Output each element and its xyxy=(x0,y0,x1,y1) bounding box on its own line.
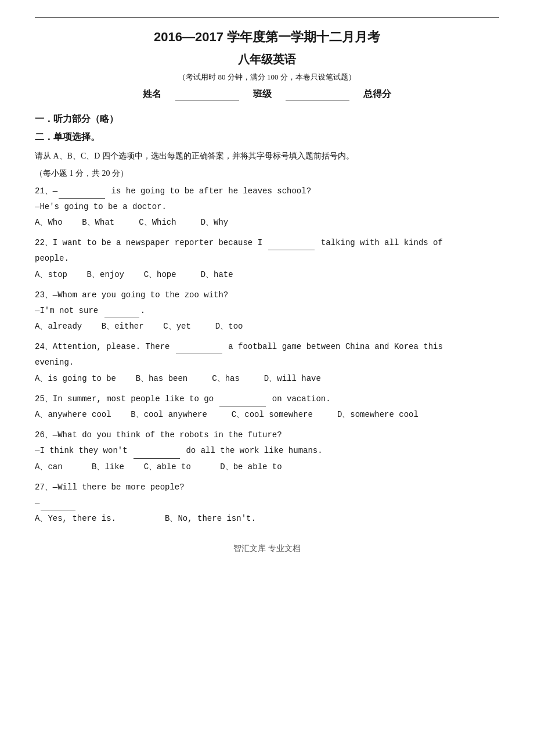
q25-text: 25、In summer, most people like to go on … xyxy=(35,392,499,406)
q24-text2: evening. xyxy=(35,355,499,370)
question-26: 26、—What do you think of the robots in t… xyxy=(35,428,499,474)
q21-options: A、Who B、What C、Which D、Why xyxy=(35,215,499,230)
class-label: 班级 xyxy=(253,89,272,99)
q26-text: 26、—What do you think of the robots in t… xyxy=(35,428,499,442)
section1-title: 一．听力部分（略） xyxy=(35,113,499,125)
q21-text: 21、— is he going to be after he leaves s… xyxy=(35,184,499,199)
q22-options: A、stop B、enjoy C、hope D、hate xyxy=(35,268,499,282)
footer: 智汇文库 专业文档 xyxy=(35,543,499,554)
q27-answer: — xyxy=(35,496,499,510)
q25-blank[interactable] xyxy=(219,406,266,406)
footer-text: 智汇文库 专业文档 xyxy=(233,544,301,553)
student-info: 姓名 班级 总得分 xyxy=(35,88,499,100)
section2-desc1: 请从 A、B、C、D 四个选项中，选出每题的正确答案，并将其字母标号填入题前括号… xyxy=(35,149,499,163)
section2-desc2: （每小题 1 分，共 20 分） xyxy=(35,167,499,181)
main-title: 2016—2017 学年度第一学期十二月月考 xyxy=(35,28,499,46)
question-23: 23、—Whom are you going to the zoo with? … xyxy=(35,288,499,334)
q23-options: A、already B、either C、yet D、too xyxy=(35,319,499,334)
class-blank[interactable] xyxy=(286,100,349,100)
q21-answer: —He's going to be a doctor. xyxy=(35,200,499,214)
top-divider xyxy=(35,17,499,18)
q23-answer: —I'm not sure . xyxy=(35,304,499,318)
name-label: 姓名 xyxy=(143,89,161,99)
exam-info: （考试用时 80 分钟，满分 100 分，本卷只设笔试题） xyxy=(35,72,499,82)
sub-title: 八年级英语 xyxy=(35,52,499,67)
section2-title: 二．单项选择。 xyxy=(35,131,499,143)
q21-blank[interactable] xyxy=(59,198,105,199)
q22-blank[interactable] xyxy=(268,250,315,250)
q22-text: 22、I want to be a newspaper reporter bec… xyxy=(35,236,499,250)
q22-text2: people. xyxy=(35,251,499,266)
q27-text: 27、—Will there be more people? xyxy=(35,480,499,495)
q24-options: A、is going to be B、has been C、has D、will… xyxy=(35,372,499,386)
question-25: 25、In summer, most people like to go on … xyxy=(35,392,499,422)
question-27: 27、—Will there be more people? — A、Yes, … xyxy=(35,480,499,527)
q26-blank[interactable] xyxy=(134,458,180,459)
score-label: 总得分 xyxy=(363,89,391,99)
name-blank[interactable] xyxy=(175,100,239,100)
q23-text: 23、—Whom are you going to the zoo with? xyxy=(35,288,499,303)
q27-options: A、Yes, there is. B、No, there isn't. xyxy=(35,512,499,526)
q27-blank[interactable] xyxy=(41,510,75,510)
question-22: 22、I want to be a newspaper reporter bec… xyxy=(35,236,499,282)
q23-blank[interactable] xyxy=(104,318,139,318)
q24-text: 24、Attention, please. There a football g… xyxy=(35,340,499,354)
q24-blank[interactable] xyxy=(176,354,222,354)
question-21: 21、— is he going to be after he leaves s… xyxy=(35,184,499,231)
q26-answer: —I think they won't do all the work like… xyxy=(35,444,499,458)
question-24: 24、Attention, please. There a football g… xyxy=(35,340,499,386)
q26-options: A、can B、like C、able to D、be able to xyxy=(35,460,499,474)
q25-options: A、anywhere cool B、cool anywhere C、cool s… xyxy=(35,408,499,422)
